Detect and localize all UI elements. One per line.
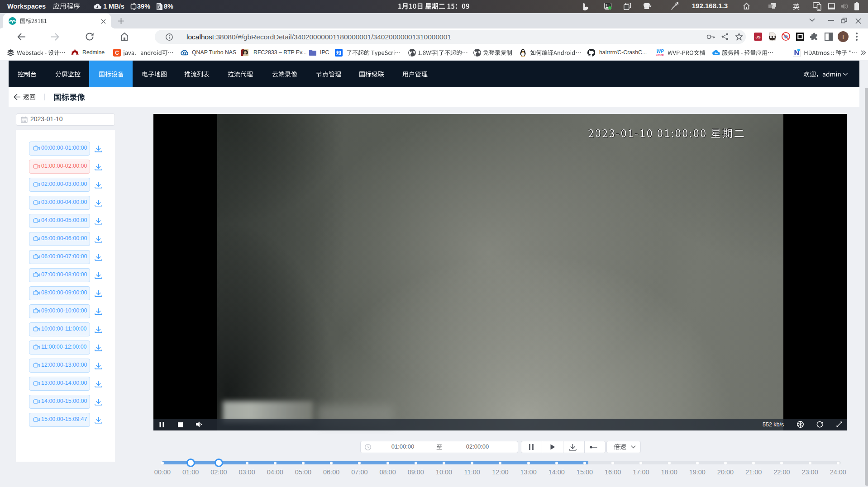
svg-text:JS: JS xyxy=(755,35,760,39)
svg-text:I: I xyxy=(842,33,844,40)
svg-text:C: C xyxy=(115,50,119,56)
svg-text:WP: WP xyxy=(656,49,663,54)
svg-text:WVP-PRO: WVP-PRO xyxy=(656,54,664,57)
